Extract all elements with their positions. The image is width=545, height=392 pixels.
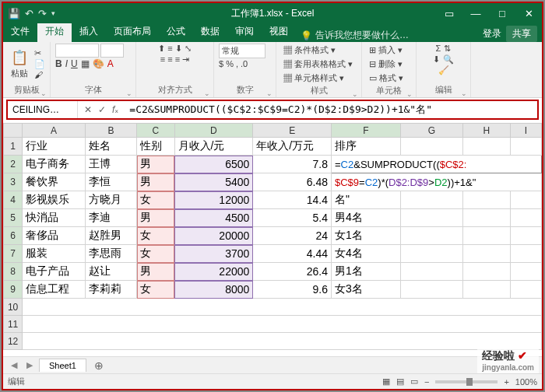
format-cells-button[interactable]: ▭ 格式 ▾	[367, 72, 406, 85]
cell-styles-button[interactable]: ▦ 单元格样式 ▾	[281, 72, 346, 85]
col-header[interactable]: F	[332, 124, 401, 138]
cell[interactable]	[510, 209, 541, 227]
redo-icon[interactable]: ↷	[38, 8, 47, 19]
cell[interactable]	[463, 138, 510, 156]
format-painter-icon[interactable]: 🖌	[34, 70, 45, 79]
cell[interactable]: 男	[137, 173, 174, 191]
fill-icon[interactable]: ⬇	[433, 54, 440, 65]
cell[interactable]: 姓名	[85, 138, 136, 156]
inc-decimal-icon[interactable]: .0	[241, 59, 248, 68]
cell[interactable]: 王博	[85, 156, 136, 173]
percent-icon[interactable]: %	[226, 59, 234, 68]
cell[interactable]	[400, 209, 463, 227]
cell[interactable]: 14.4	[253, 191, 332, 209]
cell[interactable]	[400, 227, 463, 245]
cut-icon[interactable]: ✂	[34, 48, 45, 58]
undo-icon[interactable]: ↶	[25, 8, 33, 19]
name-box[interactable]: CEILING…	[8, 101, 78, 118]
cell[interactable]: 性别	[137, 138, 174, 156]
cell[interactable]	[400, 263, 463, 281]
cell[interactable]: 影视娱乐	[23, 191, 86, 209]
bold-button[interactable]: B	[55, 58, 62, 69]
cell[interactable]: 24	[253, 227, 332, 245]
cell[interactable]	[400, 191, 463, 209]
col-header[interactable]: D	[174, 124, 253, 138]
row-header[interactable]: 7	[4, 245, 23, 263]
cell[interactable]: 年收入/万元	[253, 138, 332, 156]
cell[interactable]	[463, 245, 510, 263]
col-header[interactable]: E	[253, 124, 332, 138]
cell[interactable]	[23, 299, 542, 316]
cell[interactable]: 女	[137, 245, 174, 263]
view-break-icon[interactable]: ▭	[410, 376, 418, 387]
cell[interactable]: 女4名	[332, 245, 401, 263]
tab-review[interactable]: 审阅	[227, 22, 262, 42]
cell[interactable]: $C$9=C2)*(D$2:D$9>D2))+1&"	[332, 173, 542, 191]
cell[interactable]: 赵让	[85, 263, 136, 281]
cell[interactable]: 7.8	[253, 156, 332, 173]
col-header[interactable]: B	[85, 124, 136, 138]
cell[interactable]: 男	[137, 209, 174, 227]
cell[interactable]: 信息工程	[23, 281, 86, 299]
save-icon[interactable]: 💾	[8, 8, 20, 19]
tab-data[interactable]: 数据	[193, 22, 227, 42]
align-top-icon[interactable]: ⬆	[158, 44, 165, 54]
font-name-input[interactable]	[55, 44, 99, 58]
orient-icon[interactable]: ⤡	[185, 44, 192, 54]
fx-icon[interactable]: fₓ	[112, 104, 118, 115]
cond-format-button[interactable]: ▦ 条件格式 ▾	[281, 44, 338, 57]
cell[interactable]: 12000	[174, 191, 253, 209]
tab-insert[interactable]: 插入	[72, 22, 106, 42]
cell[interactable]	[463, 281, 510, 299]
grid[interactable]: A B C D E F G H I 1 行业 姓名 性别 月收入/元 年收入/万…	[3, 123, 542, 356]
cell[interactable]: 6.48	[253, 173, 332, 191]
qat-dropdown-icon[interactable]: ▾	[51, 9, 55, 17]
cell[interactable]: 电子商务	[23, 156, 86, 173]
align-mid-icon[interactable]: ≡	[167, 44, 172, 54]
cell[interactable]: 3700	[174, 245, 253, 263]
cell[interactable]: 快消品	[23, 209, 86, 227]
cell[interactable]: 5.4	[253, 209, 332, 227]
cell[interactable]: 服装	[23, 245, 86, 263]
sheet-nav-prev-icon[interactable]: ◀	[8, 360, 20, 370]
cell[interactable]: 月收入/元	[174, 138, 253, 156]
col-header[interactable]: H	[463, 124, 510, 138]
cell[interactable]: 餐饮界	[23, 173, 86, 191]
cell[interactable]	[510, 263, 541, 281]
col-header[interactable]: I	[510, 124, 541, 138]
font-size-input[interactable]	[100, 44, 124, 58]
row-header[interactable]: 4	[4, 191, 23, 209]
cell[interactable]	[23, 316, 542, 333]
row-header[interactable]: 10	[4, 299, 23, 316]
insert-cells-button[interactable]: ⊞ 插入 ▾	[367, 44, 405, 57]
row-header[interactable]: 11	[4, 316, 23, 333]
cell[interactable]: 5400	[174, 173, 253, 191]
cell[interactable]	[400, 245, 463, 263]
tab-file[interactable]: 文件	[3, 22, 37, 42]
tell-me[interactable]: 💡 告诉我您想要做什么…	[301, 29, 409, 42]
indent-icon[interactable]: ⇥	[182, 54, 189, 65]
align-right-icon[interactable]: ≡	[175, 54, 180, 65]
cell[interactable]: 女	[137, 227, 174, 245]
table-format-button[interactable]: ▦ 套用表格格式 ▾	[281, 58, 355, 71]
cell[interactable]: 20000	[174, 227, 253, 245]
col-header[interactable]: A	[23, 124, 86, 138]
align-bot-icon[interactable]: ⬇	[175, 44, 182, 54]
cell[interactable]: 6500	[174, 156, 253, 173]
align-left-icon[interactable]: ≡	[160, 54, 165, 65]
cell[interactable]: 赵胜男	[85, 227, 136, 245]
cell[interactable]: 行业	[23, 138, 86, 156]
view-layout-icon[interactable]: ▤	[396, 376, 404, 387]
ribbon-options-icon[interactable]: ▭	[436, 3, 462, 23]
cell[interactable]	[510, 245, 541, 263]
comma-icon[interactable]: ,	[236, 59, 238, 68]
zoom-in-icon[interactable]: +	[504, 377, 508, 387]
accept-formula-icon[interactable]: ✓	[98, 104, 106, 115]
active-cell[interactable]: =C2&SUMPRODUCT(($C$2:	[332, 156, 542, 173]
number-format-select[interactable]: 常规	[219, 44, 265, 58]
cell[interactable]: 9.6	[253, 281, 332, 299]
row-header[interactable]: 8	[4, 263, 23, 281]
tab-layout[interactable]: 页面布局	[106, 22, 159, 42]
zoom-level[interactable]: 100%	[515, 377, 537, 387]
sheet-nav-next-icon[interactable]: ▶	[23, 360, 36, 370]
